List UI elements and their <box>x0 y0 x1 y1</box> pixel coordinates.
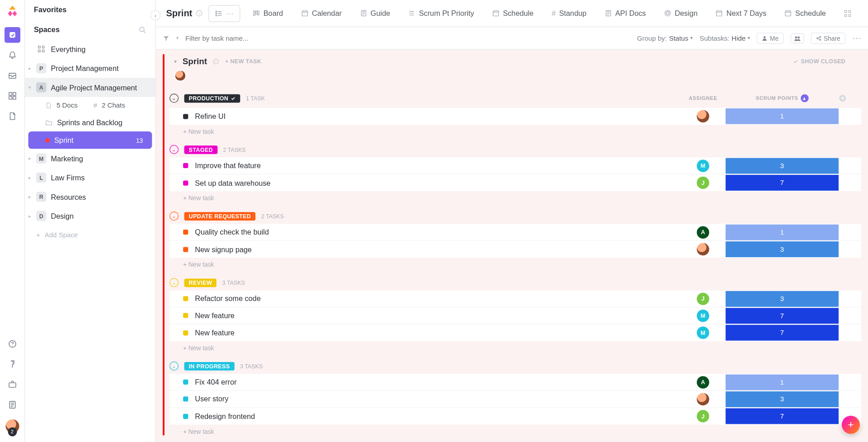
sidebar-space-marketing[interactable]: ▸MMarketing <box>25 149 156 168</box>
task-row[interactable]: New featureM7 <box>170 324 861 341</box>
scrum-points-cell[interactable]: 3 <box>726 291 839 306</box>
assignee-avatar[interactable]: M <box>697 159 709 171</box>
task-row[interactable]: Refactor some codeJ3 <box>170 290 861 307</box>
assignee-avatar[interactable] <box>697 243 709 255</box>
caret-icon[interactable]: ▸ <box>28 175 31 180</box>
assignee-avatar[interactable]: A <box>697 226 709 238</box>
view-tab-schedule[interactable]: Schedule <box>779 5 832 21</box>
view-tab-board[interactable]: Board <box>247 5 289 21</box>
view-tab-list[interactable]: ⋯ <box>209 5 241 22</box>
task-name[interactable]: New signup page <box>195 245 680 254</box>
status-square-icon[interactable] <box>183 247 188 252</box>
assignee-avatar[interactable]: A <box>697 376 709 388</box>
filter-input[interactable] <box>185 34 298 42</box>
sprint-title[interactable]: Sprint <box>183 56 207 66</box>
add-column-button[interactable] <box>839 94 861 102</box>
info-icon[interactable] <box>212 58 219 65</box>
scrum-points-cell[interactable]: 1 <box>726 374 839 390</box>
column-assignee[interactable]: ASSIGNEE <box>680 95 726 101</box>
task-name[interactable]: Refactor some code <box>195 294 680 303</box>
add-view-button[interactable]: +View <box>864 5 868 21</box>
assignee-avatar[interactable]: M <box>697 309 709 321</box>
view-tab-standup[interactable]: #Standup <box>546 5 592 21</box>
status-label[interactable]: IN PROGRESS <box>184 362 235 370</box>
more-options[interactable]: ⋯ <box>852 33 861 43</box>
status-square-icon[interactable] <box>183 163 188 168</box>
assignee-avatar[interactable]: J <box>697 176 709 188</box>
rail-user-avatar[interactable]: 2 <box>5 419 19 433</box>
collapse-group-icon[interactable]: ⌄ <box>170 94 179 103</box>
new-task-row[interactable]: + New task <box>170 424 861 438</box>
status-square-icon[interactable] <box>183 180 188 185</box>
search-icon[interactable] <box>138 26 146 33</box>
task-row[interactable]: Quality check the buildA1 <box>170 224 861 240</box>
caret-icon[interactable]: ▸ <box>28 155 31 161</box>
rail-dashboards-icon[interactable] <box>4 88 20 104</box>
assignee-avatar[interactable]: J <box>697 292 709 305</box>
status-square-icon[interactable] <box>183 414 188 418</box>
view-tab-design[interactable]: Design <box>658 5 703 21</box>
status-label[interactable]: REVIEW <box>184 278 217 287</box>
sidebar-space-agile[interactable]: ▾AAgile Project Management <box>25 78 156 97</box>
caret-icon[interactable]: ▸ <box>28 66 31 71</box>
task-name[interactable]: Quality check the build <box>195 228 680 236</box>
status-square-icon[interactable] <box>183 396 188 401</box>
assignee-avatar[interactable]: M <box>697 326 709 339</box>
collapse-sidebar-button[interactable]: ‹ <box>151 10 161 20</box>
assignee-avatar[interactable] <box>697 393 709 405</box>
sidebar-space-resources[interactable]: ▸RResources <box>25 187 156 206</box>
rail-inbox-icon[interactable] <box>4 68 20 84</box>
caret-icon[interactable]: ▾ <box>28 85 31 90</box>
new-task-button[interactable]: + NEW TASK <box>225 58 261 64</box>
sidebar-space-design[interactable]: ▸DDesign <box>25 207 156 226</box>
task-name[interactable]: Redesign frontend <box>195 412 680 420</box>
task-name[interactable]: User story <box>195 395 680 403</box>
view-tab-schedule[interactable]: Schedule <box>486 5 539 21</box>
task-name[interactable]: New feature <box>195 311 680 320</box>
scrum-points-cell[interactable]: 7 <box>726 408 839 424</box>
clickup-logo[interactable] <box>5 5 19 18</box>
status-square-icon[interactable] <box>183 113 188 118</box>
collapse-group-icon[interactable]: ⌄ <box>170 362 179 371</box>
task-row[interactable]: Redesign frontendJ7 <box>170 408 861 424</box>
sidebar-favorites-header[interactable]: Favorites <box>25 0 156 20</box>
collapse-group-icon[interactable]: ⌄ <box>170 278 179 287</box>
view-grid-button[interactable] <box>838 6 858 20</box>
view-tab-calendar[interactable]: Calendar <box>296 5 348 21</box>
scrum-points-cell[interactable]: 7 <box>726 175 839 191</box>
scrum-points-cell[interactable]: 3 <box>726 241 839 257</box>
me-button[interactable]: Me <box>757 33 783 44</box>
status-square-icon[interactable] <box>183 296 188 301</box>
chevron-down-icon[interactable]: ▾ <box>176 36 179 41</box>
task-name[interactable]: Improve that feature <box>195 161 680 170</box>
task-name[interactable]: Set up data warehouse <box>195 179 680 187</box>
assignees-button[interactable] <box>790 33 804 43</box>
status-label[interactable]: UPDATE REQUESTED <box>184 212 256 220</box>
collapse-sprint-icon[interactable]: ▾ <box>174 58 177 64</box>
task-row[interactable]: New featureM7 <box>170 307 861 324</box>
caret-icon[interactable]: ▸ <box>28 213 31 219</box>
task-row[interactable]: Improve that featureM3 <box>170 157 861 174</box>
task-row[interactable]: User story3 <box>170 390 861 407</box>
scrum-points-cell[interactable]: 3 <box>726 158 839 174</box>
task-name[interactable]: Fix 404 error <box>195 378 680 386</box>
rail-help-icon[interactable] <box>4 336 20 352</box>
rail-notifications-icon[interactable] <box>4 47 20 63</box>
task-row[interactable]: Refine UI1 <box>170 108 861 124</box>
task-row[interactable]: Fix 404 errorA1 <box>170 374 861 390</box>
rail-home-icon[interactable] <box>4 27 20 43</box>
view-tab-next-7-days[interactable]: Next 7 Days <box>710 5 772 21</box>
rail-docs-icon[interactable] <box>4 108 20 124</box>
sidebar-list-sprint[interactable]: Sprint13 <box>28 132 152 149</box>
scrum-points-cell[interactable]: 1 <box>726 224 839 240</box>
scrum-points-cell[interactable]: 1 <box>726 108 839 124</box>
scrum-points-cell[interactable]: 7 <box>726 325 839 341</box>
quick-create-fab[interactable]: + <box>842 416 860 434</box>
rail-notepad-icon[interactable] <box>4 397 20 413</box>
sidebar-folder-sprints[interactable]: Sprints and Backlog <box>25 114 156 132</box>
status-square-icon[interactable] <box>183 230 188 235</box>
sidebar-spaces-header[interactable]: Spaces <box>25 20 156 40</box>
collapse-group-icon[interactable]: ⌄ <box>170 212 179 221</box>
task-row[interactable]: Set up data warehouseJ7 <box>170 174 861 191</box>
share-button[interactable]: Share <box>811 33 845 44</box>
